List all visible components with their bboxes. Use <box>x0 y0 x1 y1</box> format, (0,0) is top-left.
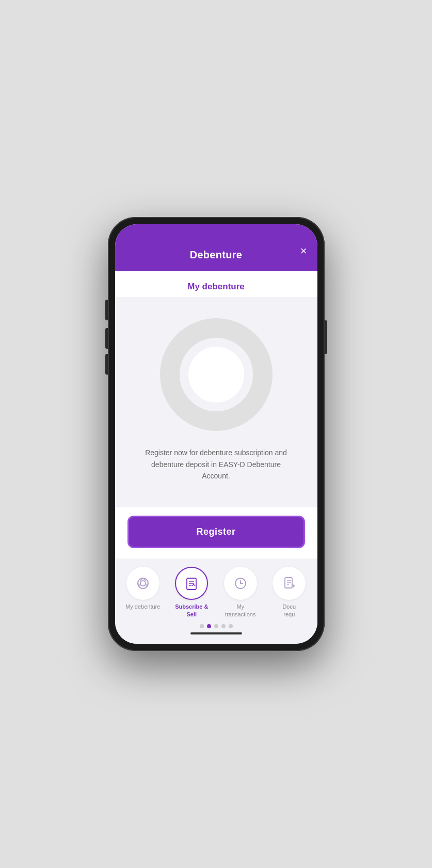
description-text: Register now for debenture subscription … <box>139 447 294 482</box>
svg-point-4 <box>140 581 146 586</box>
nav-icon-circle-my-debenture <box>126 567 159 600</box>
svg-point-3 <box>138 578 148 588</box>
document-icon <box>282 576 296 591</box>
main-content: My debenture Register now for debenture … <box>115 271 317 559</box>
nav-label-my-debenture: My debenture <box>125 603 160 610</box>
home-indicator <box>120 632 312 639</box>
register-button[interactable]: Register <box>127 516 305 548</box>
dot-3 <box>214 624 218 628</box>
dot-1 <box>200 624 204 628</box>
chart-area: Register now for debenture subscription … <box>115 297 317 507</box>
subscribe-sell-icon <box>184 576 199 591</box>
modal-header: Debenture × <box>115 224 317 271</box>
phone-frame: Debenture × My debenture Register now fo… <box>108 217 325 651</box>
transactions-icon <box>233 576 248 591</box>
dot-4 <box>221 624 226 628</box>
modal-title: Debenture <box>190 249 243 261</box>
nav-label-subscribe-sell: Subscribe &Sell <box>175 603 208 618</box>
donut-chart <box>159 318 273 431</box>
phone-screen: Debenture × My debenture Register now fo… <box>115 224 317 644</box>
nav-item-subscribe-sell[interactable]: Subscribe &Sell <box>173 567 210 618</box>
nav-label-my-transactions: Mytransactions <box>225 603 255 618</box>
register-section: Register <box>115 507 317 559</box>
nav-item-docu-requ[interactable]: Docurequ <box>270 567 308 618</box>
home-bar <box>190 632 242 634</box>
donut-svg <box>159 318 273 431</box>
section-title: My debenture <box>115 271 317 297</box>
nav-icon-circle-docu-requ <box>273 567 306 600</box>
svg-rect-9 <box>187 578 196 590</box>
nav-label-docu-requ: Docurequ <box>282 603 296 618</box>
dot-5 <box>229 624 233 628</box>
dot-2 <box>207 624 211 628</box>
nav-icon-circle-subscribe-sell <box>175 567 208 600</box>
nav-item-my-debenture[interactable]: My debenture <box>124 567 162 610</box>
bottom-navigation: My debenture Subscribe &Sell <box>115 559 317 644</box>
nav-icon-circle-my-transactions <box>224 567 257 600</box>
nav-item-my-transactions[interactable]: Mytransactions <box>222 567 259 618</box>
nav-items-container: My debenture Subscribe &Sell <box>120 567 312 618</box>
debenture-icon <box>136 576 150 591</box>
pagination-dots <box>120 624 312 628</box>
close-button[interactable]: × <box>300 239 307 257</box>
